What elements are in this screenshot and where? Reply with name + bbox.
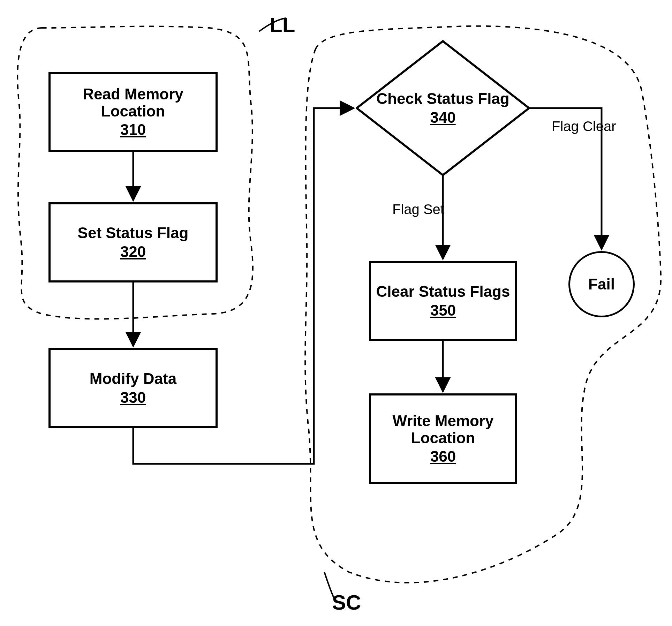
node-read-memory-location: Read Memory Location 310 (48, 72, 218, 152)
node-ref: 350 (430, 302, 456, 319)
edge-label-flag-clear: Flag Clear (552, 119, 616, 134)
node-ref: 330 (120, 389, 146, 406)
node-set-status-flag: Set Status Flag 320 (48, 202, 218, 282)
node-ref: 340 (376, 109, 509, 126)
region-label-sc: SC (332, 590, 361, 614)
node-modify-data: Modify Data 330 (48, 348, 218, 428)
node-check-status-flag: Check Status Flag 340 (356, 40, 530, 176)
node-title: Read Memory Location (55, 85, 211, 120)
node-ref: 360 (430, 448, 456, 465)
node-clear-status-flags: Clear Status Flags 350 (369, 261, 517, 341)
node-title: Check Status Flag (376, 90, 509, 107)
node-title: Write Memory Location (375, 412, 511, 447)
flowchart-canvas: LL SC Read Memory Location 310 Set Statu… (0, 0, 672, 626)
node-ref: 310 (120, 121, 146, 138)
region-label-ll: LL (270, 13, 295, 37)
node-ref: 320 (120, 243, 146, 261)
node-fail: Fail (568, 251, 635, 317)
node-title: Clear Status Flags (376, 283, 510, 300)
node-title: Set Status Flag (78, 224, 189, 241)
node-title: Fail (588, 276, 615, 293)
node-write-memory-location: Write Memory Location 360 (369, 393, 517, 484)
node-title: Modify Data (90, 370, 176, 387)
edge-label-flag-set: Flag Set (392, 202, 444, 217)
